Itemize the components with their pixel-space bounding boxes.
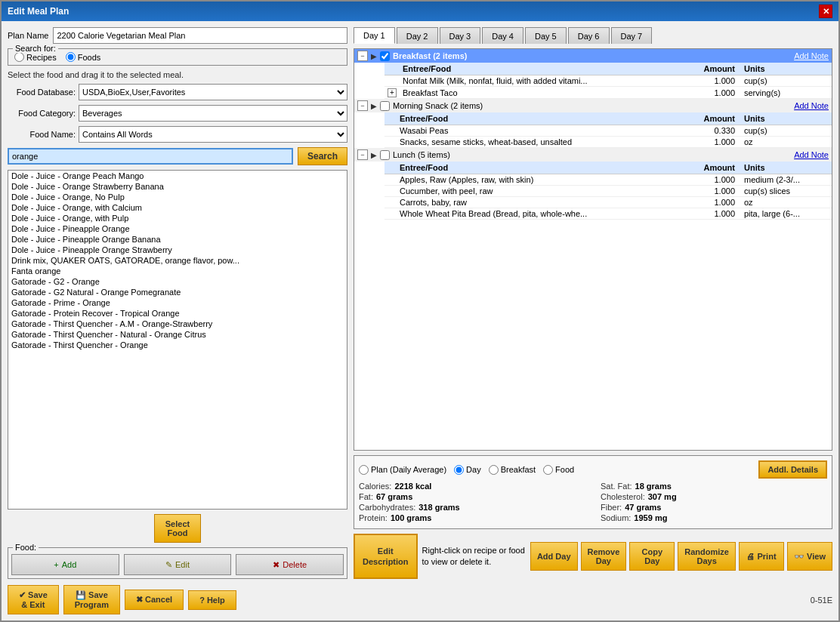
food-label: Food <box>555 465 574 474</box>
food-list-item[interactable]: Dole - Juice - Pineapple Orange <box>8 223 347 234</box>
day-tab-2[interactable]: Day 2 <box>397 27 438 44</box>
food-list[interactable]: Dole - Juice - Orange Peach MangoDole - … <box>8 170 347 510</box>
add-note-btn-1[interactable]: Add Note <box>794 101 829 110</box>
search-input[interactable] <box>8 148 293 165</box>
food-list-item[interactable]: Dole - Juice - Orange Peach Mango <box>8 171 347 181</box>
add-note-btn-0[interactable]: Add Note <box>794 51 829 60</box>
foods-radio-label[interactable]: Foods <box>66 52 101 62</box>
food-list-item[interactable]: Gatorade - Thirst Quencher - Natural - O… <box>8 329 347 340</box>
food-list-item[interactable]: Dole - Juice - Orange, No Pulp <box>8 192 347 202</box>
footer-buttons: ✔ Save& Exit 💾 SaveProgram ✖ Cancel ? He… <box>2 585 838 620</box>
recipes-radio[interactable] <box>14 52 24 62</box>
meal-item-row[interactable]: Wasabi Peas0.330cup(s) <box>384 125 832 137</box>
food-list-item[interactable]: Dole - Juice - Orange, with Calcium <box>8 202 347 213</box>
meal-item-row[interactable]: Carrots, baby, raw1.000oz <box>384 197 832 208</box>
food-radio[interactable] <box>543 465 553 475</box>
meal-item-row[interactable]: +Breakfast Taco1.000serving(s) <box>384 87 832 99</box>
meal-item-row[interactable]: Apples, Raw (Apples, raw, with skin)1.00… <box>384 174 832 186</box>
plan-avg-radio[interactable] <box>359 465 369 475</box>
meal-checkbox-2[interactable] <box>380 150 390 160</box>
close-button[interactable]: ✕ <box>819 5 832 18</box>
plan-avg-radio-label[interactable]: Plan (Daily Average) <box>359 465 446 475</box>
sodium-row: Sodium: 1959 mg <box>601 513 827 522</box>
day-tab-3[interactable]: Day 3 <box>440 27 481 44</box>
food-list-item[interactable]: Gatorade - Thirst Quencher - Orange <box>8 340 347 350</box>
search-button[interactable]: Search <box>298 147 347 165</box>
meal-checkbox-0[interactable] <box>380 51 390 61</box>
day-radio-label[interactable]: Day <box>454 465 481 475</box>
foods-radio[interactable] <box>66 52 76 62</box>
food-list-item[interactable]: Gatorade - G2 - Orange <box>8 276 347 287</box>
food-list-item[interactable]: Gatorade - Protein Recover - Tropical Or… <box>8 308 347 319</box>
breakfast-radio[interactable] <box>489 465 499 475</box>
randomize-days-button[interactable]: RandomizeDays <box>678 542 736 571</box>
day-tab-1[interactable]: Day 1 <box>354 27 395 44</box>
meal-item-row[interactable]: Cucumber, with peel, raw1.000cup(s) slic… <box>384 186 832 197</box>
help-button[interactable]: ? Help <box>188 590 236 610</box>
print-button[interactable]: 🖨 Print <box>739 542 784 571</box>
addl-details-button[interactable]: Addl. Details <box>758 460 827 479</box>
food-name-select[interactable]: Contains All Words <box>79 126 347 143</box>
food-list-item[interactable]: Dole - Juice - Pineapple Orange Banana <box>8 234 347 245</box>
edit-food-button[interactable]: ✎ Edit <box>124 554 232 575</box>
meal-checkbox-1[interactable] <box>380 101 390 111</box>
food-list-item[interactable]: Dole - Juice - Pineapple Orange Strawber… <box>8 245 347 255</box>
meal-item-row[interactable]: Whole Wheat Pita Bread (Bread, pita, who… <box>384 208 832 220</box>
meal-expand-btn-1[interactable]: − <box>357 100 368 111</box>
food-list-item[interactable]: Gatorade - G2 Natural - Orange Pomegrana… <box>8 287 347 297</box>
meal-item-row[interactable]: Nonfat Milk (Milk, nonfat, fluid, with a… <box>384 75 832 87</box>
save-exit-button[interactable]: ✔ Save& Exit <box>8 585 59 614</box>
food-database-select[interactable]: USDA,BioEx,User,Favorites <box>79 84 347 100</box>
cancel-button[interactable]: ✖ Cancel <box>125 590 184 610</box>
food-list-item[interactable]: Gatorade - Thirst Quencher - A.M - Orang… <box>8 319 347 329</box>
breakfast-label: Breakfast <box>501 465 536 474</box>
food-list-item[interactable]: Fanta orange <box>8 266 347 276</box>
food-category-select[interactable]: Beverages <box>79 105 347 122</box>
food-name-cell: Wasabi Peas <box>397 125 696 137</box>
meal-arrow-2: ▶ <box>371 151 377 159</box>
add-food-button[interactable]: + Add <box>11 554 119 575</box>
food-list-item[interactable]: Drink mix, QUAKER OATS, GATORADE, orange… <box>8 255 347 266</box>
sat-fat-value: 18 grams <box>635 482 672 491</box>
expand-icon[interactable]: + <box>388 88 397 97</box>
food-radio-label[interactable]: Food <box>543 465 574 475</box>
col-header-2-0: Entree/Food <box>397 162 696 174</box>
recipes-radio-label[interactable]: Recipes <box>14 52 57 62</box>
food-list-item[interactable]: Dole - Juice - Orange Strawberry Banana <box>8 181 347 192</box>
breakfast-radio-label[interactable]: Breakfast <box>489 465 536 475</box>
calories-label: Calories: <box>359 482 391 491</box>
add-note-btn-2[interactable]: Add Note <box>794 150 829 159</box>
food-buttons: + Add ✎ Edit ✖ Delete <box>11 554 344 575</box>
meal-expand-btn-0[interactable]: − <box>357 51 368 61</box>
food-list-item[interactable]: Dole - Juice - Orange, with Pulp <box>8 213 347 223</box>
day-tab-4[interactable]: Day 4 <box>482 27 523 44</box>
day-tab-5[interactable]: Day 5 <box>525 27 567 44</box>
version-text: 0-51E <box>811 596 832 605</box>
save-program-button[interactable]: 💾 SaveProgram <box>63 585 120 614</box>
plan-name-input[interactable] <box>53 27 347 44</box>
carbs-row: Carbohydrates: 318 grams <box>359 503 585 512</box>
stats-panel: Plan (Daily Average) Day Breakfast <box>354 455 832 529</box>
units-cell: cup(s) slices <box>741 186 832 197</box>
meal-item-row[interactable]: Snacks, sesame sticks, wheat-based, unsa… <box>384 137 832 148</box>
fiber-label: Fiber: <box>601 503 622 512</box>
food-list-item[interactable]: Gatorade - Prime - Orange <box>8 297 347 308</box>
recipes-label: Recipes <box>26 53 57 62</box>
day-tab-7[interactable]: Day 7 <box>611 27 653 44</box>
stats-content: Calories: 2218 kcal Fat: 67 grams Carboh… <box>359 482 827 524</box>
meal-items-table-1: Entree/FoodAmountUnitsWasabi Peas0.330cu… <box>384 112 832 148</box>
day-radio[interactable] <box>454 465 464 475</box>
food-name-cell: Breakfast Taco <box>400 87 696 99</box>
meal-section-breakfast: −▶Breakfast (2 items)Add NoteEntree/Food… <box>354 49 832 99</box>
view-button[interactable]: 👓 View <box>787 542 832 571</box>
meal-expand-btn-2[interactable]: − <box>357 149 368 160</box>
remove-day-button[interactable]: RemoveDay <box>581 542 627 571</box>
day-tab-6[interactable]: Day 6 <box>568 27 610 44</box>
select-food-button[interactable]: SelectFood <box>154 514 201 543</box>
edit-description-button[interactable]: EditDescription <box>354 534 418 579</box>
meal-arrow-0: ▶ <box>371 52 377 60</box>
copy-day-button[interactable]: CopyDay <box>629 542 675 571</box>
meal-table-container[interactable]: −▶Breakfast (2 items)Add NoteEntree/Food… <box>354 48 832 451</box>
delete-food-button[interactable]: ✖ Delete <box>236 554 344 575</box>
add-day-button[interactable]: Add Day <box>530 542 578 571</box>
